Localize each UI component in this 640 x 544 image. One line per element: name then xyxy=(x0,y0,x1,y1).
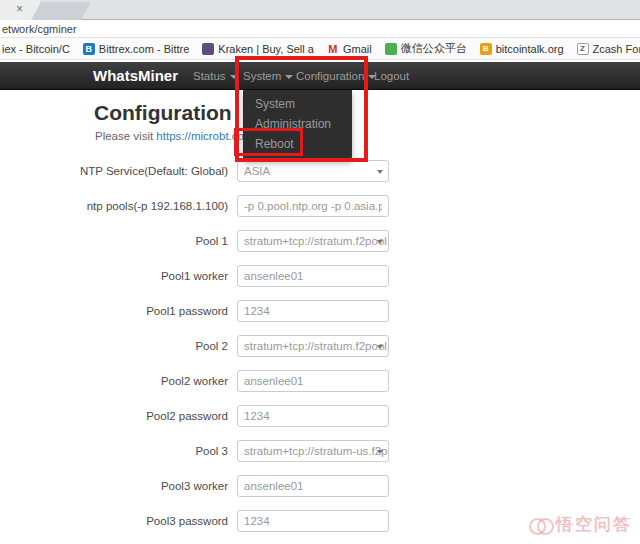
zcash-icon: Z xyxy=(577,43,589,55)
bookmark-item[interactable]: M Gmail xyxy=(327,43,372,55)
wechat-icon xyxy=(385,43,397,55)
field-label: Pool3 password xyxy=(40,510,228,532)
bookmark-label: 微信公众平台 xyxy=(401,41,467,56)
watermark-logo-icon xyxy=(529,518,551,532)
menu-item-system[interactable]: System xyxy=(243,94,352,114)
url-text[interactable]: etwork/cgminer xyxy=(2,23,77,35)
bookmark-label: Zcash Forum xyxy=(593,43,640,55)
field-label: Pool 1 xyxy=(40,230,228,252)
brand-whatsminer[interactable]: WhatsMiner xyxy=(93,62,178,90)
screen: × etwork/cgminer iex - Bitcoin/C B Bittr… xyxy=(0,0,640,544)
caret-down-icon xyxy=(285,75,293,79)
select-caret-icon xyxy=(377,345,383,349)
browser-tab-background[interactable] xyxy=(31,2,91,20)
page-title: Configuration xyxy=(94,101,232,125)
bookmark-label: Bittrex.com - Bittre xyxy=(99,43,189,55)
bookmark-label: Kraken | Buy, Sell a xyxy=(218,43,314,55)
system-dropdown-menu: System Administration Reboot xyxy=(243,90,352,160)
kraken-icon xyxy=(202,43,214,55)
form-row: Pool 1 stratum+tcp://stratum.f2pool.com xyxy=(0,230,640,252)
nav-label: Configuration xyxy=(296,70,364,82)
bittrex-icon: B xyxy=(83,43,95,55)
field-label: Pool1 password xyxy=(40,300,228,322)
form-row: Pool1 password xyxy=(0,300,640,322)
bookmark-label: Gmail xyxy=(343,43,372,55)
form-row: Pool3 worker xyxy=(0,475,640,497)
form-row: Pool2 worker xyxy=(0,370,640,392)
bookmark-item[interactable]: B Bittrex.com - Bittre xyxy=(83,43,189,55)
bookmark-item[interactable]: Z Zcash Forum xyxy=(577,43,640,55)
select-caret-icon xyxy=(377,450,383,454)
subtitle-text: Please visit xyxy=(95,130,156,142)
nav-item-status[interactable]: Status xyxy=(193,62,238,90)
field-label: Pool 2 xyxy=(40,335,228,357)
form-row: Pool 3 stratum+tcp://stratum-us.f2pool.c xyxy=(0,440,640,462)
field-label: Pool1 worker xyxy=(40,265,228,287)
select-value: ASIA xyxy=(244,165,270,177)
pool1-worker-input[interactable] xyxy=(237,265,389,287)
watermark-text: 悟空问答 xyxy=(556,513,632,536)
select-value: stratum+tcp://stratum-us.f2pool.c xyxy=(244,445,389,457)
ntp-service-select[interactable]: ASIA xyxy=(237,160,389,182)
ntp-pools-input[interactable] xyxy=(237,195,389,217)
bookmarks-bar: iex - Bitcoin/C B Bittrex.com - Bittre K… xyxy=(0,38,640,60)
bitcoin-icon: B xyxy=(480,43,492,55)
pool1-password-input[interactable] xyxy=(237,300,389,322)
bookmark-item[interactable]: iex - Bitcoin/C xyxy=(2,43,70,55)
pool3-select[interactable]: stratum+tcp://stratum-us.f2pool.c xyxy=(237,440,389,462)
form-row: NTP Service(Default: Global) ASIA xyxy=(0,160,640,182)
bookmark-label: iex - Bitcoin/C xyxy=(2,43,70,55)
bookmark-item[interactable]: B bitcointalk.org xyxy=(480,43,564,55)
page-subtitle: Please visit https://microbt.com.u xyxy=(95,130,263,142)
address-bar[interactable]: etwork/cgminer xyxy=(0,21,640,38)
nav-label: System xyxy=(243,70,281,82)
pool3-worker-input[interactable] xyxy=(237,475,389,497)
nav-item-logout[interactable]: Logout xyxy=(374,62,409,90)
form-row: Pool2 password xyxy=(0,405,640,427)
pool3-password-input[interactable] xyxy=(237,510,389,532)
nav-item-configuration[interactable]: Configuration xyxy=(296,62,376,90)
bookmark-label: bitcointalk.org xyxy=(496,43,564,55)
pool1-select[interactable]: stratum+tcp://stratum.f2pool.com xyxy=(237,230,389,252)
nav-item-system[interactable]: System xyxy=(243,62,293,90)
field-label: NTP Service(Default: Global) xyxy=(40,160,228,182)
form-row: Pool1 worker xyxy=(0,265,640,287)
nav-label: Logout xyxy=(374,70,409,82)
pool2-password-input[interactable] xyxy=(237,405,389,427)
pool2-worker-input[interactable] xyxy=(237,370,389,392)
field-label: Pool2 worker xyxy=(40,370,228,392)
field-label: Pool3 worker xyxy=(40,475,228,497)
select-value: stratum+tcp://stratum.f2pool.com xyxy=(244,235,389,247)
field-label: Pool2 password xyxy=(40,405,228,427)
nav-label: Status xyxy=(193,70,226,82)
app-navbar: WhatsMiner Status System Configuration L… xyxy=(0,62,640,90)
select-value: stratum+tcp://stratum.f2pool.com xyxy=(244,340,389,352)
gmail-icon: M xyxy=(327,43,339,55)
browser-tab-strip: × xyxy=(0,0,640,20)
field-label: Pool 3 xyxy=(40,440,228,462)
form-row: ntp pools(-p 192.168.1.100) xyxy=(0,195,640,217)
pool2-select[interactable]: stratum+tcp://stratum.f2pool.com xyxy=(237,335,389,357)
watermark: 悟空问答 xyxy=(529,513,632,536)
form-row: Pool 2 stratum+tcp://stratum.f2pool.com xyxy=(0,335,640,357)
tab-close-icon[interactable]: × xyxy=(16,2,23,16)
select-caret-icon xyxy=(377,170,383,174)
select-caret-icon xyxy=(377,240,383,244)
bookmark-item[interactable]: 微信公众平台 xyxy=(385,41,467,56)
menu-item-administration[interactable]: Administration xyxy=(243,114,352,134)
caret-down-icon xyxy=(230,75,238,79)
field-label: ntp pools(-p 192.168.1.100) xyxy=(40,195,228,217)
menu-item-reboot[interactable]: Reboot xyxy=(243,134,352,154)
bookmark-item[interactable]: Kraken | Buy, Sell a xyxy=(202,43,314,55)
